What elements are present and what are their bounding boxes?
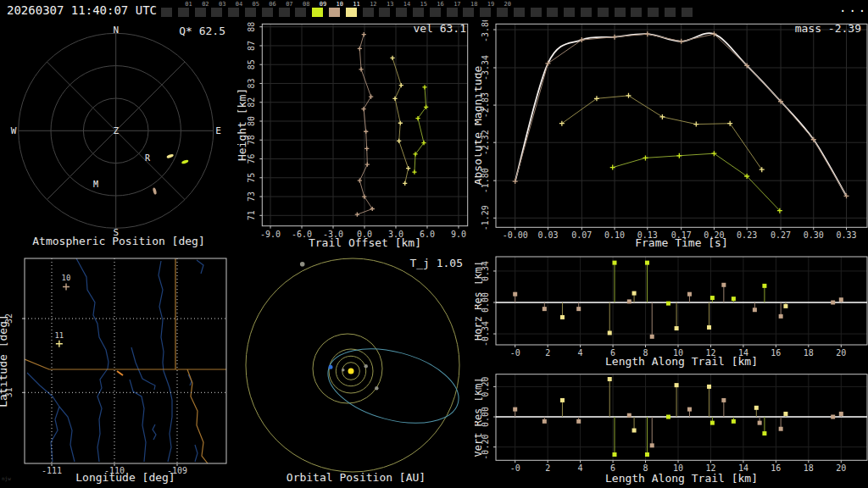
camera-slot-08[interactable]: 08 bbox=[295, 1, 307, 19]
camera-slot[interactable] bbox=[682, 1, 693, 19]
camera-slot[interactable] bbox=[514, 1, 526, 19]
atmospheric-title: Atmospheric Position [deg] bbox=[0, 235, 237, 247]
camera-slot[interactable] bbox=[665, 1, 676, 19]
svg-text:75: 75 bbox=[247, 173, 256, 183]
camera-slot-10[interactable]: 10 bbox=[329, 1, 341, 19]
camera-slot-03[interactable]: 03 bbox=[211, 1, 223, 19]
svg-text:Vert Res [km]: Vert Res [km] bbox=[475, 378, 484, 458]
camera-slot-12[interactable]: 12 bbox=[363, 1, 375, 19]
camera-slot[interactable] bbox=[161, 1, 173, 19]
camera-slot-13[interactable]: 13 bbox=[379, 1, 391, 19]
camera-slot-05[interactable]: 05 bbox=[245, 1, 257, 19]
camera-slot[interactable] bbox=[581, 1, 593, 19]
velocity-stat: vel 63.1 bbox=[413, 22, 466, 35]
svg-text:73: 73 bbox=[247, 191, 256, 202]
camera-slot[interactable] bbox=[598, 1, 609, 19]
camera-slot-07[interactable]: 07 bbox=[279, 1, 291, 19]
camera-slot-19[interactable]: 19 bbox=[480, 1, 492, 19]
svg-text:Z: Z bbox=[113, 125, 119, 136]
overflow-menu-button[interactable]: ... bbox=[839, 1, 868, 14]
svg-text:71: 71 bbox=[247, 210, 256, 220]
camera-slot-01[interactable]: 01 bbox=[178, 1, 190, 19]
svg-text:Horz Res [km]: Horz Res [km] bbox=[475, 261, 484, 341]
svg-text:-3.86: -3.86 bbox=[481, 20, 490, 42]
camera-slot[interactable] bbox=[615, 1, 626, 19]
header-bar: 20260307 11:40:07 UTC 010203040506070809… bbox=[0, 0, 868, 20]
camera-slot-14[interactable]: 14 bbox=[396, 1, 408, 19]
residuals-plot: -024681012141618200.340.00-0.34Horz Res … bbox=[475, 250, 868, 488]
svg-text:87: 87 bbox=[247, 41, 256, 51]
panel-orbital-position: T_j 1.05 Orbital Position [AU] bbox=[237, 250, 475, 488]
svg-text:Height [km]: Height [km] bbox=[237, 88, 248, 161]
svg-text:10: 10 bbox=[62, 274, 71, 282]
mass-stat: mass -2.39 bbox=[795, 22, 861, 35]
magnitude-xlabel: Frame Time [s] bbox=[496, 236, 867, 249]
camera-slot-15[interactable]: 15 bbox=[413, 1, 425, 19]
svg-text:N: N bbox=[113, 25, 119, 36]
svg-text:E: E bbox=[215, 125, 221, 136]
orbital-title: Orbital Position [AU] bbox=[237, 471, 475, 484]
panel-ground-map: -111-110-1093231Latitude [deg]1011 Longi… bbox=[0, 250, 237, 488]
svg-text:Latitude [deg]: Latitude [deg] bbox=[0, 314, 9, 408]
svg-text:-1.29: -1.29 bbox=[481, 205, 490, 230]
camera-slot[interactable] bbox=[564, 1, 576, 19]
svg-text:11: 11 bbox=[54, 331, 64, 340]
svg-text:83: 83 bbox=[247, 78, 256, 88]
camera-slot-04[interactable]: 04 bbox=[228, 1, 240, 19]
trail-xlabel: Trail Offset [km] bbox=[262, 236, 468, 249]
panel-atmospheric-position: NSWEZRM Q* 62.5 Atmospheric Position [de… bbox=[0, 20, 237, 250]
svg-text:88: 88 bbox=[247, 22, 256, 32]
camera-slot-16[interactable]: 16 bbox=[430, 1, 442, 19]
watermark: njw bbox=[2, 475, 11, 481]
camera-slot-11[interactable]: 11 bbox=[346, 1, 358, 19]
camera-slot-strip: 0102030405060708091011121314151617181920 bbox=[161, 1, 712, 19]
camera-slot-06[interactable]: 06 bbox=[262, 1, 274, 19]
magnitude-plot: -0.000.030.070.100.130.170.200.230.270.3… bbox=[475, 20, 868, 250]
orbital-position-plot bbox=[237, 250, 475, 488]
camera-slot-20[interactable]: 20 bbox=[497, 1, 509, 19]
camera-slot-09[interactable]: 09 bbox=[312, 1, 324, 19]
ground-map-plot: -111-110-1093231Latitude [deg]1011 bbox=[0, 250, 237, 488]
svg-text:M: M bbox=[93, 180, 98, 189]
camera-slot[interactable] bbox=[631, 1, 643, 19]
svg-text:R: R bbox=[145, 153, 151, 163]
horz-res-xlabel: Length Along Trail [km] bbox=[496, 355, 867, 368]
vert-res-xlabel: Length Along Trail [km] bbox=[496, 472, 867, 485]
timestamp-text: 20260307 11:40:07 UTC bbox=[7, 3, 157, 17]
svg-text:W: W bbox=[11, 125, 17, 136]
panel-light-curve: -0.000.030.070.100.130.170.200.230.270.3… bbox=[475, 20, 868, 250]
trail-offset-plot: -9.0-6.0-3.00.03.06.09.08887858382807876… bbox=[237, 20, 475, 250]
camera-slot-18[interactable]: 18 bbox=[463, 1, 475, 19]
tisserand-stat: T_j 1.05 bbox=[409, 257, 463, 269]
camera-slot[interactable] bbox=[648, 1, 659, 19]
panel-trail-offset: -9.0-6.0-3.00.03.06.09.08887858382807876… bbox=[237, 20, 475, 250]
camera-slot[interactable] bbox=[531, 1, 542, 19]
camera-slot[interactable] bbox=[547, 1, 559, 19]
camera-slot-17[interactable]: 17 bbox=[447, 1, 459, 19]
q-stat: Q* 62.5 bbox=[179, 25, 225, 37]
camera-slot-02[interactable]: 02 bbox=[195, 1, 207, 19]
svg-text:Absolute Magnitude: Absolute Magnitude bbox=[475, 65, 484, 185]
panel-residuals: -024681012141618200.340.00-0.34Horz Res … bbox=[475, 250, 868, 488]
map-xlabel: Longitude [deg] bbox=[25, 471, 226, 484]
atmospheric-position-plot: NSWEZRM bbox=[0, 20, 237, 250]
svg-text:85: 85 bbox=[247, 59, 256, 69]
